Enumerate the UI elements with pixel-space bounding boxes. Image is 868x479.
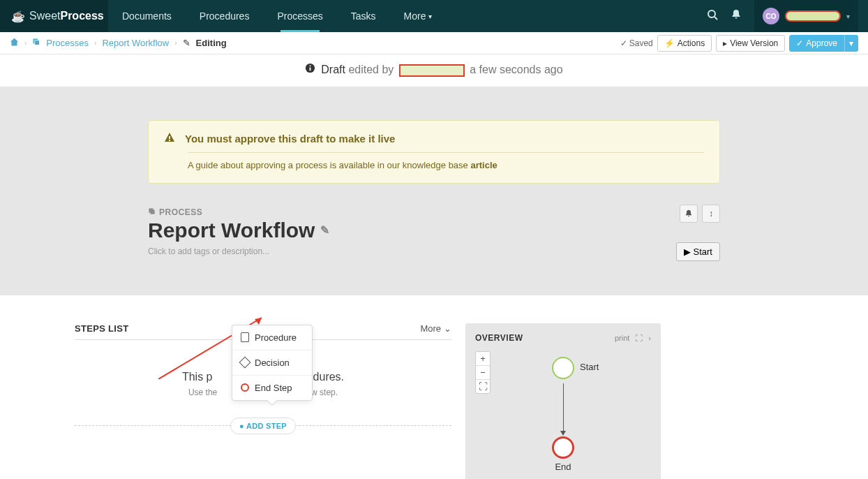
- logo-text-1: Sweet: [29, 10, 60, 22]
- logo-text-2: Process: [60, 10, 103, 22]
- approve-button[interactable]: ✓ Approve: [789, 35, 844, 52]
- start-button[interactable]: ▶ Start: [676, 242, 720, 261]
- steps-more[interactable]: More ⌄: [420, 323, 451, 334]
- subbar-actions: ✓ Saved ⚡ Actions ▸ View Version ✓ Appro…: [620, 35, 858, 52]
- add-step-popup: Procedure Decision End Step: [232, 325, 313, 401]
- warning-icon: [164, 132, 175, 145]
- chevron-down-icon: ▾: [428, 13, 432, 20]
- steps-area: STEPS LIST More ⌄ Procedure Decision End…: [75, 323, 451, 479]
- gray-band: You must approve this draft to make it l…: [0, 87, 868, 295]
- draft-status-row: Draft edited by a few seconds ago: [0, 54, 868, 87]
- overview-panel: OVERVIEW print ⛶ › + − ⛶ Start End: [465, 323, 661, 479]
- flow-line: [563, 383, 564, 434]
- add-step-button[interactable]: ●ADD STEP: [230, 418, 296, 434]
- actions-button[interactable]: ⚡ Actions: [657, 35, 712, 52]
- editor-name-redacted: [399, 64, 465, 77]
- popup-procedure[interactable]: Procedure: [232, 325, 312, 350]
- bell-icon[interactable]: [731, 9, 742, 23]
- search-icon[interactable]: [707, 9, 718, 23]
- chevron-down-icon: ⌄: [444, 323, 451, 334]
- draft-label: Draft: [321, 64, 345, 75]
- overview-title: OVERVIEW: [475, 333, 523, 343]
- alert-title: You must approve this draft to make it l…: [185, 133, 395, 145]
- stack-icon: [148, 207, 156, 217]
- user-name-redacted: [785, 10, 841, 22]
- draft-time-ago: a few seconds ago: [470, 64, 562, 75]
- circle-icon: [241, 383, 249, 392]
- process-title: Report Workflow ✎: [148, 219, 720, 242]
- topbar: ☕ SweetProcess Documents Procedures Proc…: [0, 0, 868, 32]
- lower-section: STEPS LIST More ⌄ Procedure Decision End…: [75, 295, 793, 479]
- view-version-button[interactable]: ▸ View Version: [716, 35, 785, 52]
- reorder-button[interactable]: ↕: [702, 205, 720, 223]
- svg-line-1: [714, 17, 717, 20]
- nav-more[interactable]: More ▾: [390, 0, 447, 32]
- nav-processes[interactable]: Processes: [263, 0, 336, 32]
- main-nav: Documents Procedures Processes Tasks Mor…: [108, 0, 446, 32]
- edit-title-icon[interactable]: ✎: [320, 223, 329, 237]
- node-end[interactable]: End: [552, 436, 574, 472]
- breadcrumb-sep: ›: [24, 39, 27, 47]
- breadcrumb-current: Editing: [196, 38, 227, 48]
- breadcrumb-sep: ›: [174, 39, 177, 47]
- nav-documents[interactable]: Documents: [108, 0, 186, 32]
- stack-icon: [32, 38, 40, 48]
- overview-canvas: Start End: [475, 350, 651, 479]
- subbar: › Processes › Report Workflow › ✎ Editin…: [0, 32, 868, 54]
- process-header: ↕ PROCESS Report Workflow ✎ Click to add…: [148, 207, 720, 256]
- nav-procedures[interactable]: Procedures: [186, 0, 264, 32]
- user-menu[interactable]: CO ▾: [754, 0, 858, 32]
- home-icon[interactable]: [10, 38, 19, 49]
- plus-icon: ●: [239, 422, 244, 430]
- alert-body: A guide about approving a process is ava…: [188, 160, 704, 170]
- notify-button[interactable]: [680, 205, 698, 223]
- breadcrumb: › Processes › Report Workflow › ✎ Editin…: [10, 38, 227, 49]
- tags-hint[interactable]: Click to add tags or description...: [148, 246, 720, 256]
- info-icon: [305, 64, 318, 75]
- approval-alert: You must approve this draft to make it l…: [148, 120, 720, 184]
- approve-dropdown[interactable]: ▾: [844, 35, 858, 52]
- node-start[interactable]: Start: [552, 357, 574, 379]
- breadcrumb-sep: ›: [94, 39, 96, 47]
- steps-title: STEPS LIST: [75, 323, 128, 334]
- svg-point-6: [310, 65, 311, 66]
- diamond-icon: [239, 357, 251, 369]
- svg-rect-5: [310, 68, 311, 71]
- avatar: CO: [763, 8, 779, 24]
- cup-icon: ☕: [11, 10, 25, 23]
- draft-edited-by: edited by: [348, 64, 394, 75]
- svg-rect-8: [150, 209, 154, 214]
- chevron-right-icon[interactable]: ›: [648, 334, 651, 342]
- expand-icon[interactable]: ⛶: [635, 334, 643, 342]
- article-link[interactable]: article: [470, 160, 497, 170]
- nav-more-label: More: [404, 10, 426, 22]
- popup-decision[interactable]: Decision: [232, 350, 312, 375]
- topbar-right: CO ▾: [707, 0, 868, 32]
- breadcrumb-processes[interactable]: Processes: [46, 38, 89, 48]
- svg-rect-3: [35, 40, 40, 45]
- flow-arrow-icon: [560, 431, 566, 436]
- saved-indicator: ✓ Saved: [620, 38, 653, 48]
- svg-point-0: [708, 10, 715, 17]
- document-icon: [241, 332, 249, 342]
- pencil-icon: ✎: [183, 38, 190, 48]
- nav-tasks[interactable]: Tasks: [337, 0, 390, 32]
- logo[interactable]: ☕ SweetProcess: [0, 0, 108, 32]
- breadcrumb-item[interactable]: Report Workflow: [102, 38, 169, 48]
- overview-print[interactable]: print: [615, 334, 629, 342]
- chevron-down-icon: ▾: [846, 13, 850, 20]
- process-tag: PROCESS: [148, 207, 720, 217]
